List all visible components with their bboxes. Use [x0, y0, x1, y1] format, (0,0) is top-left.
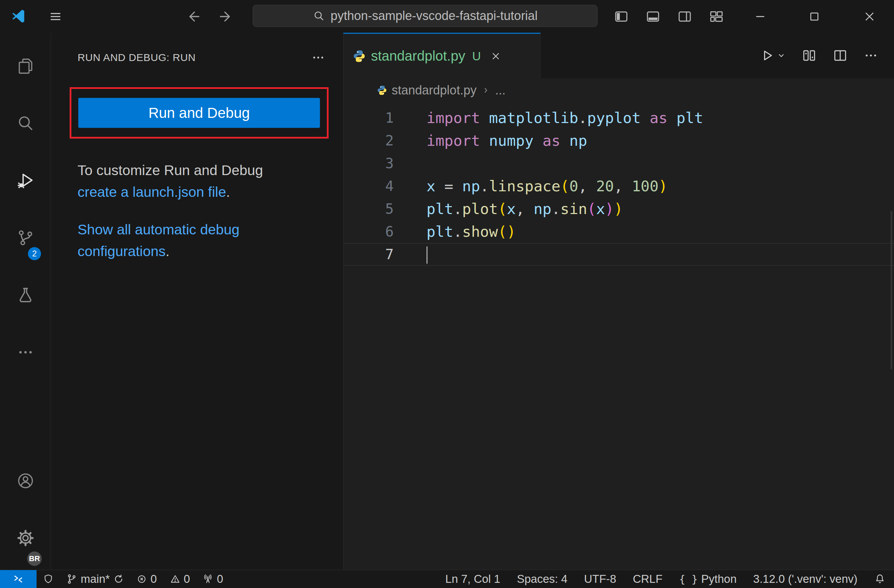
activity-bar: 2 BR: [0, 33, 51, 570]
code-line[interactable]: 4x = np.linspace(0, 20, 100): [343, 175, 894, 198]
code-text[interactable]: import numpy as np: [394, 132, 587, 149]
remote-indicator-button[interactable]: [0, 570, 36, 588]
code-line[interactable]: 1import matplotlib.pyplot as plt: [343, 107, 894, 129]
editor-scrollbar[interactable]: [891, 211, 892, 369]
language-mode-button[interactable]: { } Python: [671, 570, 745, 588]
code-line[interactable]: 6plt.show(): [343, 220, 894, 243]
text-cursor: [426, 246, 427, 264]
search-icon: [16, 114, 35, 133]
customize-hint-text: To customize Run and Debug create a laun…: [78, 160, 298, 203]
tab-git-status-badge: U: [472, 49, 481, 63]
sidebar-item-explorer[interactable]: [0, 38, 51, 95]
branch-name: main*: [81, 573, 110, 586]
run-python-file-button[interactable]: [760, 48, 786, 63]
git-branch-icon: [66, 573, 77, 585]
menu-hamburger-icon[interactable]: [48, 9, 63, 24]
editor-actions: [760, 33, 894, 78]
code-text[interactable]: [394, 245, 427, 264]
beaker-icon: [16, 286, 35, 305]
main-area: 2 BR RUN AND DEBUG: RUN: [0, 33, 894, 570]
bell-icon: [874, 573, 886, 585]
errors-count: 0: [150, 573, 157, 586]
line-number[interactable]: 2: [343, 132, 394, 149]
status-bar: main* 0 0 0 Ln 7, Col 1 Spaces: 4 UTF-8: [0, 570, 894, 588]
code-text[interactable]: import matplotlib.pyplot as plt: [394, 109, 703, 127]
sidebar-item-settings[interactable]: BR: [0, 510, 51, 567]
line-number[interactable]: 7: [343, 246, 394, 262]
workspace-trust-button[interactable]: [36, 570, 60, 588]
panel-more-actions-icon[interactable]: [311, 51, 325, 65]
git-branch-button[interactable]: main*: [60, 570, 130, 588]
open-changes-icon[interactable]: [802, 48, 817, 63]
profile-initials-badge[interactable]: BR: [27, 551, 42, 567]
code-text[interactable]: plt.plot(x, np.sin(x)): [394, 200, 623, 217]
code-lines: 1import matplotlib.pyplot as plt2import …: [343, 103, 894, 266]
toggle-sidebar-icon[interactable]: [614, 9, 629, 24]
command-center-text: python-sample-vscode-fastapi-tutorial: [331, 9, 538, 23]
breadcrumb-symbol-more[interactable]: ...: [495, 83, 506, 98]
encoding-button[interactable]: UTF-8: [576, 570, 625, 588]
run-icon: [760, 48, 775, 63]
show-debug-configurations-link[interactable]: Show all automatic debug configurations: [78, 222, 240, 259]
editor-more-actions-icon[interactable]: [864, 48, 878, 63]
toggle-secondary-sidebar-icon[interactable]: [677, 9, 692, 24]
layout-controls: [614, 0, 724, 33]
search-icon: [313, 10, 325, 22]
source-control-badge: 2: [28, 247, 41, 260]
gear-icon: [16, 529, 35, 547]
breadcrumb: standardplot.py ...: [343, 78, 894, 103]
eol-button[interactable]: CRLF: [624, 570, 670, 588]
radio-tower-icon: [202, 573, 213, 585]
tab-standardplot-py[interactable]: standardplot.py U: [343, 33, 541, 78]
toggle-panel-icon[interactable]: [645, 9, 661, 24]
tab-close-icon[interactable]: [490, 50, 501, 62]
sidebar-item-source-control[interactable]: 2: [0, 209, 51, 267]
line-number[interactable]: 6: [343, 223, 394, 240]
code-text[interactable]: x = np.linspace(0, 20, 100): [394, 178, 667, 195]
notifications-button[interactable]: [866, 570, 894, 588]
line-number[interactable]: 3: [343, 155, 394, 172]
sync-icon: [113, 573, 124, 585]
breadcrumb-chevron-icon: [481, 86, 490, 95]
run-dropdown-chevron-icon[interactable]: [777, 51, 786, 60]
remote-icon: [13, 573, 24, 585]
breadcrumb-file[interactable]: standardplot.py: [376, 83, 476, 98]
line-number[interactable]: 1: [343, 110, 394, 126]
create-launch-json-link[interactable]: create a launch.json file: [78, 184, 226, 200]
shield-icon: [43, 573, 54, 585]
sidebar-item-accounts[interactable]: [0, 452, 51, 510]
code-line[interactable]: 2import numpy as np: [343, 129, 894, 152]
window-close-button[interactable]: [850, 0, 888, 33]
ports-button[interactable]: 0: [196, 570, 229, 588]
tab-bar: standardplot.py U: [343, 33, 894, 78]
vscode-logo-icon: [11, 8, 26, 24]
line-number[interactable]: 4: [343, 178, 394, 194]
customize-layout-icon[interactable]: [709, 9, 724, 24]
activity-bar-more-button[interactable]: [0, 324, 51, 381]
show-configurations-text: Show all automatic debug configurations.: [78, 219, 271, 262]
sidebar-item-run-and-debug[interactable]: [0, 152, 51, 209]
go-back-icon[interactable]: [186, 9, 201, 24]
cursor-position-button[interactable]: Ln 7, Col 1: [437, 570, 509, 588]
python-interpreter-button[interactable]: 3.12.0 ('.venv': venv): [745, 570, 866, 588]
window-minimize-button[interactable]: [741, 0, 779, 33]
indentation-button[interactable]: Spaces: 4: [509, 570, 576, 588]
annotation-rectangle: Run and Debug: [69, 87, 329, 139]
go-forward-icon[interactable]: [218, 9, 233, 24]
run-and-debug-panel: RUN AND DEBUG: RUN Run and Debug To cust…: [51, 33, 343, 570]
code-text[interactable]: plt.show(): [394, 223, 516, 240]
code-line[interactable]: 5plt.plot(x, np.sin(x)): [343, 198, 894, 220]
line-number[interactable]: 5: [343, 201, 394, 217]
window-maximize-button[interactable]: [795, 0, 833, 33]
sidebar-item-search[interactable]: [0, 95, 51, 152]
command-center-search[interactable]: python-sample-vscode-fastapi-tutorial: [253, 5, 598, 27]
sidebar-item-testing[interactable]: [0, 267, 51, 324]
code-line[interactable]: 7: [343, 243, 894, 266]
account-icon: [16, 472, 35, 490]
split-editor-icon[interactable]: [833, 48, 848, 63]
problems-button[interactable]: 0 0: [130, 570, 196, 588]
run-and-debug-button[interactable]: Run and Debug: [78, 98, 320, 128]
customize-hint-line: To customize Run and Debug: [78, 160, 298, 181]
code-line[interactable]: 3: [343, 152, 894, 175]
warnings-icon: [170, 574, 180, 584]
